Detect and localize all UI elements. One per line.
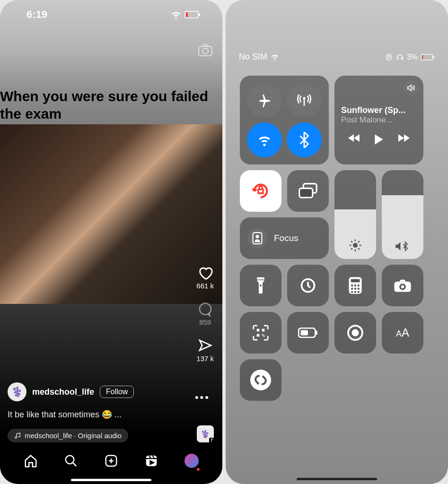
battery-low-icon xyxy=(421,54,435,60)
bluetooth-toggle[interactable] xyxy=(287,122,322,157)
next-track-button[interactable] xyxy=(397,133,411,146)
calculator-icon xyxy=(348,277,362,294)
like-count: 661 k xyxy=(196,282,214,290)
avatar[interactable]: ⚕️ xyxy=(8,382,26,401)
low-power-mode-toggle[interactable] xyxy=(287,312,329,354)
comment-icon xyxy=(198,302,213,317)
like-button[interactable]: 661 k xyxy=(196,265,214,290)
author-row[interactable]: ⚕️ medschool_life Follow xyxy=(8,382,134,401)
svg-point-31 xyxy=(358,291,360,293)
airplane-mode-toggle[interactable] xyxy=(247,83,282,118)
search-icon xyxy=(64,454,78,468)
svg-rect-35 xyxy=(257,329,260,332)
headphones-icon xyxy=(395,53,404,61)
home-indicator[interactable] xyxy=(71,479,151,481)
backward-icon xyxy=(347,133,360,143)
status-time: 6:19 xyxy=(26,9,47,21)
svg-rect-2 xyxy=(186,12,188,17)
shazam-button[interactable] xyxy=(240,359,281,401)
play-button[interactable] xyxy=(374,133,384,146)
home-icon xyxy=(24,454,38,468)
reel-actions: 661 k 859 137 k xyxy=(196,265,214,363)
svg-rect-37 xyxy=(257,334,260,337)
wifi-icon xyxy=(257,134,272,146)
shazam-icon xyxy=(254,373,268,387)
screen-recording-button[interactable] xyxy=(334,312,376,354)
nav-profile[interactable] xyxy=(184,454,199,468)
svg-point-19 xyxy=(260,285,262,286)
more-button[interactable]: ••• xyxy=(195,391,210,404)
airplay-audio-button[interactable] xyxy=(404,80,419,95)
qr-scanner-button[interactable] xyxy=(240,312,281,354)
flashlight-icon xyxy=(255,276,266,295)
timer-button[interactable] xyxy=(287,265,329,306)
text-size-button[interactable]: AA xyxy=(382,312,423,354)
instagram-reel-screen: 6:19 When you were sure you failed the e… xyxy=(0,0,222,484)
wifi-icon xyxy=(270,53,280,60)
volume-slider[interactable] xyxy=(382,170,423,259)
orientation-lock-status-icon xyxy=(385,53,393,61)
person-badge-icon xyxy=(252,232,263,244)
nav-create[interactable] xyxy=(104,454,118,468)
track-title: Sunflower (Sp... xyxy=(341,105,417,115)
text-size-label: AA xyxy=(396,326,409,339)
svg-point-26 xyxy=(351,288,353,290)
music-badge-icon xyxy=(209,438,215,443)
reels-icon xyxy=(144,454,158,468)
camera-button[interactable] xyxy=(382,265,423,306)
audio-thumbnail[interactable]: ⚕️ xyxy=(197,425,214,442)
svg-point-30 xyxy=(354,291,356,293)
screen-mirroring-button[interactable] xyxy=(287,170,329,212)
antenna-icon xyxy=(297,93,312,108)
control-center-grid: Sunflower (Sp... Post Malone... Focus xyxy=(240,76,434,401)
track-artist: Post Malone... xyxy=(341,115,417,125)
share-button[interactable]: 137 k xyxy=(196,338,214,363)
music-note-icon xyxy=(14,432,21,439)
svg-point-25 xyxy=(358,285,360,286)
audio-pill[interactable]: medschool_life · Original audio xyxy=(8,429,128,442)
nav-reels[interactable] xyxy=(144,454,158,468)
heart-icon xyxy=(197,265,213,281)
svg-rect-15 xyxy=(299,188,313,198)
svg-point-16 xyxy=(353,243,358,248)
reel-video-frame[interactable] xyxy=(0,124,222,304)
flashlight-button[interactable] xyxy=(240,265,281,306)
status-bar: 6:19 xyxy=(0,9,222,21)
share-icon xyxy=(198,338,213,354)
status-icons xyxy=(170,9,201,21)
connectivity-group xyxy=(240,76,329,164)
cellular-data-toggle[interactable] xyxy=(287,83,322,118)
orientation-lock-toggle[interactable] xyxy=(240,170,281,212)
svg-point-24 xyxy=(354,285,356,286)
svg-rect-12 xyxy=(422,55,423,59)
nav-search[interactable] xyxy=(64,454,78,468)
brightness-slider[interactable] xyxy=(334,170,376,259)
svg-point-23 xyxy=(351,285,353,286)
svg-point-4 xyxy=(202,48,208,54)
svg-point-34 xyxy=(401,285,404,288)
username[interactable]: medschool_life xyxy=(32,387,94,397)
speaker-bluetooth-icon xyxy=(406,84,416,92)
comment-button[interactable]: 859 xyxy=(198,302,213,326)
svg-rect-39 xyxy=(264,336,265,337)
nav-home[interactable] xyxy=(24,454,38,468)
forward-icon xyxy=(397,133,411,143)
volume-bluetooth-icon xyxy=(395,240,411,252)
share-count: 137 k xyxy=(196,354,214,363)
focus-button[interactable]: Focus xyxy=(240,217,329,259)
calculator-button[interactable] xyxy=(334,265,376,306)
comment-count: 859 xyxy=(199,318,211,326)
svg-point-18 xyxy=(255,235,259,238)
now-playing-tile[interactable]: Sunflower (Sp... Post Malone... xyxy=(334,76,423,164)
svg-rect-11 xyxy=(433,56,434,58)
home-indicator[interactable] xyxy=(297,478,377,480)
bottom-nav xyxy=(0,447,222,475)
qr-code-icon xyxy=(252,324,269,341)
camera-icon[interactable] xyxy=(198,43,213,57)
follow-button[interactable]: Follow xyxy=(100,386,134,398)
timer-icon xyxy=(299,277,316,294)
wifi-toggle[interactable] xyxy=(247,122,282,157)
svg-rect-41 xyxy=(316,331,317,335)
airplane-icon xyxy=(257,93,272,108)
prev-track-button[interactable] xyxy=(347,133,360,146)
